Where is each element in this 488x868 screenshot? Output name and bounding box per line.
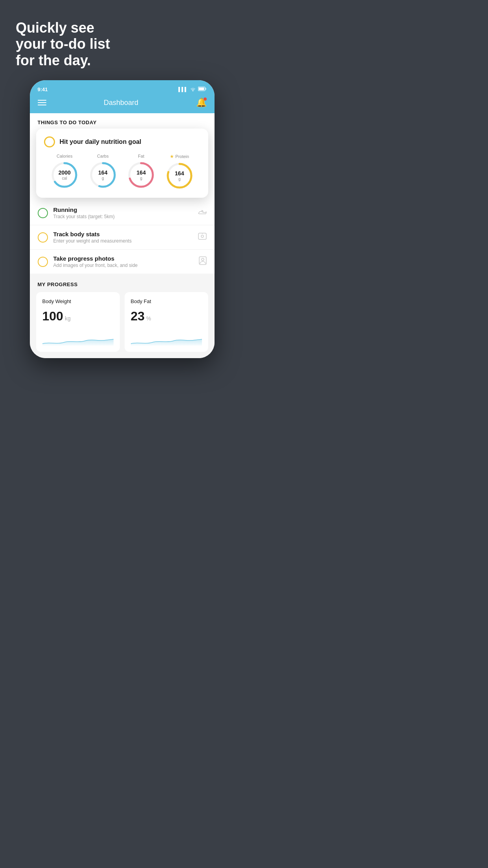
nutrition-item: Calories 2000 cal — [50, 154, 79, 189]
todo-text-block: Track body stats Enter your weight and m… — [53, 231, 193, 244]
ring-unit: g — [175, 177, 184, 181]
progress-card-title: Body Weight — [42, 298, 114, 304]
ring-value: 164 — [98, 170, 107, 176]
progress-card: Body Weight 100 kg — [36, 292, 120, 352]
ring-unit: cal — [59, 176, 71, 180]
nutrition-goal-radio[interactable] — [44, 136, 55, 147]
ring-unit: g — [98, 176, 107, 180]
svg-rect-1 — [205, 88, 206, 90]
svg-rect-11 — [198, 233, 206, 239]
progress-section-title: MY PROGRESS — [36, 281, 208, 287]
ring-value: 164 — [175, 171, 184, 177]
scale-icon — [198, 232, 207, 242]
ring-container: 164 g — [165, 162, 194, 190]
ring-value: 2000 — [59, 170, 71, 176]
ring-text: 164 g — [98, 170, 107, 180]
todo-label: Take progress photos — [53, 255, 193, 262]
progress-section: MY PROGRESS Body Weight 100 kg Body Fat — [30, 274, 215, 358]
hamburger-menu-icon[interactable] — [38, 100, 46, 105]
nutrition-label: Calories — [57, 154, 72, 158]
progress-chart — [42, 330, 114, 346]
todo-text-block: Take progress photos Add images of your … — [53, 255, 193, 268]
todo-radio[interactable] — [38, 232, 48, 243]
shoe-icon — [198, 209, 207, 217]
todo-label: Track body stats — [53, 231, 193, 237]
portrait-icon — [199, 256, 207, 267]
nutrition-card: Hit your daily nutrition goal Calories 2… — [36, 129, 208, 198]
todo-label: Running — [53, 206, 193, 213]
nutrition-goal-label: Hit your daily nutrition goal — [60, 138, 141, 145]
signal-icon: ▌▌▌ — [178, 87, 187, 92]
nutrition-item: ★ Protein 164 g — [165, 154, 194, 190]
ring-value: 164 — [137, 170, 146, 176]
todo-sublabel: Track your stats (target: 5km) — [53, 214, 193, 219]
nutrition-row: Calories 2000 cal Carbs — [44, 154, 200, 190]
todo-text-block: Running Track your stats (target: 5km) — [53, 206, 193, 219]
things-today-header: THINGS TO DO TODAY — [30, 113, 215, 129]
svg-point-12 — [201, 235, 204, 237]
todo-item[interactable]: Take progress photos Add images of your … — [30, 250, 215, 274]
ring-container: 164 g — [127, 161, 155, 189]
status-time: 9:41 — [38, 86, 48, 92]
svg-rect-2 — [198, 88, 204, 90]
todo-radio[interactable] — [38, 257, 48, 267]
progress-unit: % — [146, 315, 151, 322]
page-header: Quickly see your to-do list for the day. — [0, 0, 244, 80]
battery-icon — [198, 86, 207, 92]
progress-value: 23 — [131, 309, 145, 324]
svg-point-15 — [202, 258, 204, 261]
todo-item[interactable]: Track body stats Enter your weight and m… — [30, 225, 215, 250]
progress-card-title: Body Fat — [131, 298, 202, 304]
nutrition-label: ★ Protein — [170, 154, 189, 159]
status-icons: ▌▌▌ — [178, 86, 206, 92]
progress-value: 100 — [42, 309, 63, 324]
ring-container: 2000 cal — [50, 161, 79, 189]
progress-unit: kg — [65, 315, 71, 322]
todo-sublabel: Enter your weight and measurements — [53, 238, 193, 244]
nav-bar: Dashboard 🔔 — [30, 94, 215, 113]
phone-mockup: 9:41 ▌▌▌ — [30, 80, 215, 358]
progress-value-row: 100 kg — [42, 309, 114, 324]
notification-dot — [204, 97, 207, 101]
ring-unit: g — [137, 176, 146, 180]
ring-text: 164 g — [137, 170, 146, 180]
headline: Quickly see your to-do list for the day. — [16, 20, 228, 68]
things-today-title: THINGS TO DO TODAY — [38, 120, 207, 125]
todo-sublabel: Add images of your front, back, and side — [53, 263, 193, 268]
todo-list: Running Track your stats (target: 5km) T… — [30, 201, 215, 274]
todo-item[interactable]: Running Track your stats (target: 5km) — [30, 201, 215, 225]
notification-bell-icon[interactable]: 🔔 — [196, 97, 207, 108]
nutrition-label: Carbs — [97, 154, 108, 158]
progress-card: Body Fat 23 % — [125, 292, 208, 352]
ring-container: 164 g — [89, 161, 117, 189]
nutrition-label: Fat — [138, 154, 144, 158]
star-icon: ★ — [170, 154, 174, 159]
nutrition-item: Fat 164 g — [127, 154, 155, 189]
progress-cards-row: Body Weight 100 kg Body Fat 23 % — [36, 292, 208, 352]
nutrition-item: Carbs 164 g — [89, 154, 117, 189]
ring-text: 164 g — [175, 171, 184, 181]
progress-value-row: 23 % — [131, 309, 202, 324]
nav-title: Dashboard — [104, 99, 138, 107]
ring-text: 2000 cal — [59, 170, 71, 180]
progress-chart — [131, 330, 202, 346]
status-bar: 9:41 ▌▌▌ — [30, 80, 215, 94]
todo-radio[interactable] — [38, 208, 48, 218]
wifi-icon — [190, 86, 196, 92]
